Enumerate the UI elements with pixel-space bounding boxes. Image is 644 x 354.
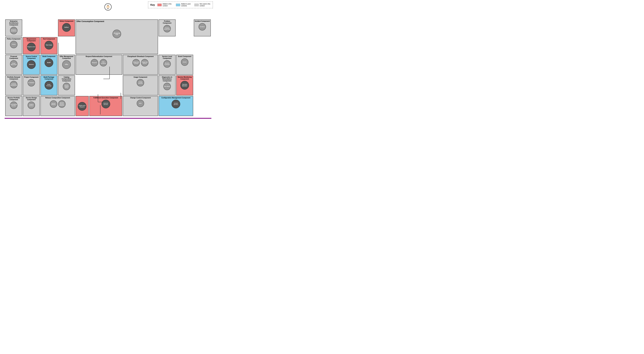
proposal-component: Proposal Component Scope Agree-ment [5,55,22,75]
service-level-component: Service Level Component Service Contract [158,55,176,75]
offer-mgmt-title: Offer Management Component [59,56,74,59]
build-entity: Build [44,58,53,67]
actual-service-entity: Actual Service [172,100,180,108]
cell-fulfillment-request: Fulfill-ment Request [76,96,89,116]
service-catalog-entry-entity: Service Catalog Entry [63,83,70,90]
conceptual-service-entity: Conceptual Service [10,102,18,109]
change-control-component: Change Control Component RFC [123,96,158,116]
cell-portfolio-demand: Portfolio Demand Component Portfolio Bac… [5,75,22,95]
project-component: Project Component IT Initiative [23,75,40,95]
offer-consumption-component: Offer Consumption Component Shopping Car… [76,19,158,54]
offer-mgmt-component: Offer Management Component Offer [58,55,75,75]
source-entity: Source [27,60,36,69]
cell-offer-mgmt: Offer Management Component Offer [58,55,75,75]
cell-problem: Problem Component Problem, Known Error [158,19,176,36]
cell-config-management: Configuration Management Component Actua… [158,96,193,116]
offer-entity: Offer [62,60,71,69]
defect-entity: Defect [62,23,71,32]
desired-service-entity: Desired Service [102,100,110,108]
service-contract-entity: Service Contract [164,60,171,68]
build-package-component: Build Package Component Build Package [40,75,58,95]
incident-entity: Incident [198,23,206,30]
problem-component: Problem Component Problem, Known Error [158,19,176,36]
usage-component: Usage Component Usage Record [123,75,158,95]
service-monitoring-component: Service Monitoring Component Service Mon… [176,75,193,95]
cell-defect: Defect Component Defect [58,19,75,36]
subscription-entity: Sub-scription [100,59,107,66]
logical-service-entity: Logical Service [28,102,35,109]
diagram-row-0: Enterprise Architecture Component Enterp… [5,19,211,36]
request-rationalization-component: Request Rationalization Component Reques… [76,55,122,75]
build-component: Build Component Build [40,55,58,75]
defect-title: Defect Component [60,20,74,22]
cell-change-control: Change Control Component RFC [123,96,158,116]
request-entity: Request [91,59,98,66]
key-swatch-blue [176,3,180,6]
cell-catalog-composition: Catalog Composition Component Service Ca… [58,75,75,95]
cell-source-control: Source Control Component Source [23,55,40,75]
change-control-title: Change Control Component [130,97,151,99]
rfc-entity: RFC [137,100,144,107]
chargeback-record-entity: Charge-back Record [141,59,148,66]
release-composition-title: Release Composition Component [45,97,70,99]
problem-title: Problem Component [160,20,175,24]
cell-project: Project Component IT Initiative [23,75,40,95]
it4it-logo: IT 4 IT [102,3,114,11]
incident-title: Incident Component [195,20,210,22]
cell-test: Test Component Test Case [40,37,58,54]
project-title: Project Component [24,76,38,78]
cell-build: Build Component Build [40,55,58,75]
source-control-title: Source Control Component [24,56,39,59]
key-label-pink: Added in this context [162,3,174,7]
cell-offer-consumption: Offer Consumption Component Shopping Car… [76,19,158,54]
cell-service-portfolio: Service Portfolio Component Conceptual S… [5,96,22,116]
request-rationalization-title: Request Rationalization Component [86,56,112,57]
offer-consumption-title: Offer Consumption Component [76,20,104,22]
service-design-component: Service Design Component Logical Service [23,96,40,116]
cell-empty-r1c9 [158,37,176,54]
cell-service-design: Service Design Component Logical Service [23,96,40,116]
cell-proposal: Proposal Component Scope Agree-ment [5,55,22,75]
catalog-composition-component: Catalog Composition Component Service Ca… [58,75,75,95]
portfolio-demand-component: Portfolio Demand Component Portfolio Bac… [5,75,22,95]
event-title: Event Component [178,56,191,57]
diagnostics-title: Diagnostics & Remediation Component [160,76,175,82]
service-portfolio-component: Service Portfolio Component Conceptual S… [5,96,22,116]
usage-record-entity: Usage Record [137,79,144,86]
service-design-title: Service Design Component [24,97,39,101]
service-level-title: Service Level Component [160,56,175,59]
test-title: Test Component [43,38,55,40]
purple-bottom-line [5,118,212,119]
enterprise-arch-entity: Enterprise Architecture [10,27,18,34]
event-component: Event Component Event [176,55,193,75]
cell-empty-r1c8 [58,37,75,54]
service-release-entity: Service Release [50,100,57,108]
incident-component: Incident Component Incident [194,19,211,36]
chargeback-component: Chargeback/ Showback Component Charge-ba… [123,55,158,75]
cell-diagnostics: Diagnostics & Remediation Component Run … [158,75,176,95]
diagram-row-2: Proposal Component Scope Agree-ment Sour… [5,55,211,75]
diagnostics-component: Diagnostics & Remediation Component Run … [158,75,176,95]
cell-chargeback: Chargeback/ Showback Component Charge-ba… [123,55,158,75]
cell-policy: Policy Component Policy [5,37,22,54]
chargeback-contract-entity: Charge-back Contract [132,59,140,66]
portfolio-backlog-entity: Portfolio Backlog Item [10,81,18,88]
requirement-title: Requirement Component [24,38,39,42]
service-release-blueprint-entity: Service Release Blueprint [58,100,66,108]
proposal-entity: Scope Agree-ment [10,60,18,68]
fulfillment-execution-component: Fulfillment Execution Component Desired … [89,96,122,116]
key-title: Key [150,3,155,6]
policy-entity: Policy [10,41,18,48]
config-management-component: Configuration Management Component Actua… [158,96,193,116]
cell-requirement: Requirement Component Require-ment [23,37,40,54]
enterprise-arch-component: Enterprise Architecture Component Enterp… [5,19,22,36]
cell-request-rationalization: Request Rationalization Component Reques… [76,55,122,75]
diagram-row-4: Service Portfolio Component Conceptual S… [5,96,211,116]
key-swatch-gray [194,3,199,6]
cell-usage: Usage Component Usage Record [123,75,158,95]
build-title: Build Component [42,56,55,57]
config-management-title: Configuration Management Component [162,97,190,99]
diagram-row-3: Portfolio Demand Component Portfolio Bac… [5,75,211,95]
cell-empty-r0c2 [40,19,58,36]
key-label-blue: Added in prior contexts [181,3,192,7]
